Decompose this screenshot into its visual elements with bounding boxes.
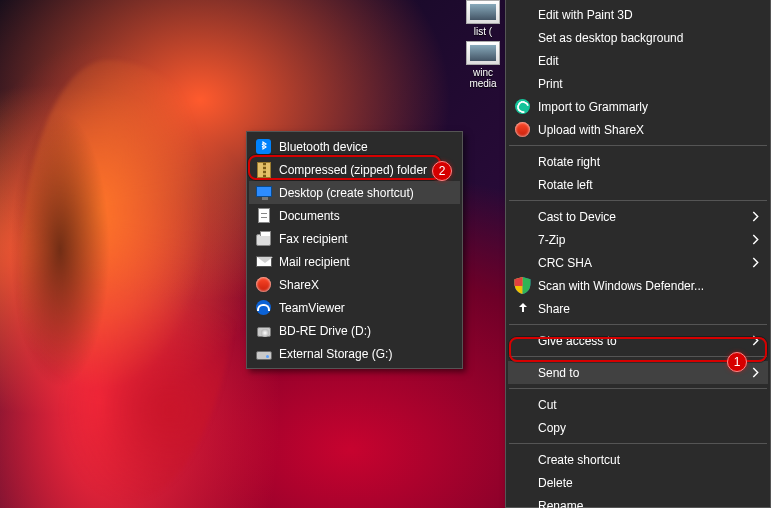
- menu-item-upload-sharex[interactable]: Upload with ShareX: [508, 118, 768, 141]
- menu-item-set-background[interactable]: Set as desktop background: [508, 26, 768, 49]
- mail-icon: [255, 253, 272, 270]
- desktop-file-icon[interactable]: list (: [459, 0, 507, 37]
- fax-icon: [255, 230, 272, 247]
- menu-item-cast[interactable]: Cast to Device: [508, 205, 768, 228]
- sendto-desktop-shortcut[interactable]: Desktop (create shortcut): [249, 181, 460, 204]
- menu-separator: [509, 145, 767, 146]
- teamviewer-icon: [255, 299, 272, 316]
- menu-item-grammarly[interactable]: Import to Grammarly: [508, 95, 768, 118]
- desktop-file-icon[interactable]: winc media: [459, 41, 507, 89]
- sendto-sharex[interactable]: ShareX: [249, 273, 460, 296]
- menu-item-rotate-right[interactable]: Rotate right: [508, 150, 768, 173]
- bluetooth-icon: [255, 138, 272, 155]
- chevron-right-icon: [751, 211, 760, 222]
- monitor-icon: [255, 184, 272, 201]
- chevron-right-icon: [751, 234, 760, 245]
- menu-item-edit-paint3d[interactable]: Edit with Paint 3D: [508, 3, 768, 26]
- menu-separator: [509, 388, 767, 389]
- menu-item-crc-sha[interactable]: CRC SHA: [508, 251, 768, 274]
- sendto-external-storage[interactable]: External Storage (G:): [249, 342, 460, 365]
- desktop-icons-area: list ( winc media: [459, 0, 507, 89]
- context-menu: Edit with Paint 3D Set as desktop backgr…: [505, 0, 771, 508]
- sharex-icon: [255, 276, 272, 293]
- document-icon: [255, 207, 272, 224]
- desktop-file-label: list (: [474, 26, 492, 37]
- sendto-fax[interactable]: Fax recipient: [249, 227, 460, 250]
- sendto-bdre-drive[interactable]: BD-RE Drive (D:): [249, 319, 460, 342]
- menu-item-7zip[interactable]: 7-Zip: [508, 228, 768, 251]
- share-icon: [514, 300, 531, 317]
- menu-separator: [509, 443, 767, 444]
- annotation-badge-2: 2: [432, 161, 452, 181]
- menu-item-rotate-left[interactable]: Rotate left: [508, 173, 768, 196]
- shield-icon: [514, 277, 531, 294]
- menu-item-defender-scan[interactable]: Scan with Windows Defender...: [508, 274, 768, 297]
- sendto-mail[interactable]: Mail recipient: [249, 250, 460, 273]
- menu-item-rename[interactable]: Rename: [508, 494, 768, 508]
- chevron-right-icon: [751, 367, 760, 378]
- annotation-badge-1: 1: [727, 352, 747, 372]
- annotation-highlight-zipped: [248, 155, 441, 180]
- sharex-icon: [514, 121, 531, 138]
- disc-drive-icon: [255, 322, 272, 339]
- desktop-file-label: winc media: [459, 67, 507, 89]
- external-drive-icon: [255, 345, 272, 362]
- menu-item-edit[interactable]: Edit: [508, 49, 768, 72]
- menu-item-print[interactable]: Print: [508, 72, 768, 95]
- sendto-documents[interactable]: Documents: [249, 204, 460, 227]
- sendto-teamviewer[interactable]: TeamViewer: [249, 296, 460, 319]
- menu-item-delete[interactable]: Delete: [508, 471, 768, 494]
- menu-item-share[interactable]: Share: [508, 297, 768, 320]
- chevron-right-icon: [751, 257, 760, 268]
- image-thumbnail-icon: [466, 41, 500, 65]
- grammarly-icon: [514, 98, 531, 115]
- menu-item-copy[interactable]: Copy: [508, 416, 768, 439]
- menu-item-create-shortcut[interactable]: Create shortcut: [508, 448, 768, 471]
- menu-item-cut[interactable]: Cut: [508, 393, 768, 416]
- menu-separator: [509, 200, 767, 201]
- menu-separator: [509, 324, 767, 325]
- image-thumbnail-icon: [466, 0, 500, 24]
